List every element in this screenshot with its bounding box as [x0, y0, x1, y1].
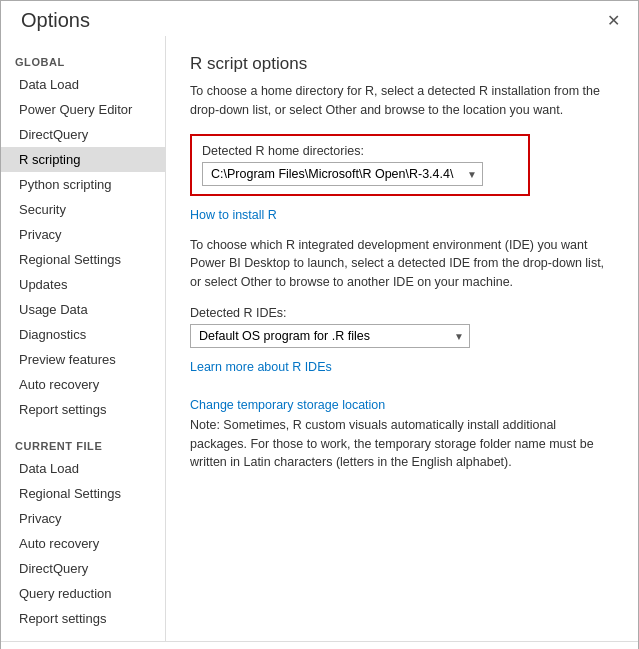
sidebar-item-cf-query-reduction[interactable]: Query reduction — [1, 581, 165, 606]
sidebar-item-cf-report-settings[interactable]: Report settings — [1, 606, 165, 631]
ide-field-block: Detected R IDEs: Default OS program for … — [190, 306, 614, 348]
dialog-footer: OK Cancel — [1, 641, 638, 649]
dialog-title: Options — [21, 9, 90, 32]
home-dir-section: Detected R home directories: C:\Program … — [190, 134, 530, 196]
sidebar-item-data-load[interactable]: Data Load — [1, 72, 165, 97]
sidebar-item-r-scripting[interactable]: R scripting — [1, 147, 165, 172]
sidebar-item-privacy[interactable]: Privacy — [1, 222, 165, 247]
sidebar-item-updates[interactable]: Updates — [1, 272, 165, 297]
title-bar: Options ✕ — [1, 1, 638, 36]
sidebar-item-cf-data-load[interactable]: Data Load — [1, 456, 165, 481]
sidebar-item-python-scripting[interactable]: Python scripting — [1, 172, 165, 197]
sidebar-item-power-query-editor[interactable]: Power Query Editor — [1, 97, 165, 122]
sidebar-item-diagnostics[interactable]: Diagnostics — [1, 322, 165, 347]
sidebar-item-cf-regional-settings[interactable]: Regional Settings — [1, 481, 165, 506]
ide-label: Detected R IDEs: — [190, 306, 614, 320]
install-r-link[interactable]: How to install R — [190, 208, 277, 222]
ide-dropdown[interactable]: Default OS program for .R files — [190, 324, 470, 348]
sidebar-item-directquery[interactable]: DirectQuery — [1, 122, 165, 147]
sidebar-item-cf-privacy[interactable]: Privacy — [1, 506, 165, 531]
content-desc: To choose a home directory for R, select… — [190, 82, 614, 120]
sidebar-item-usage-data[interactable]: Usage Data — [1, 297, 165, 322]
ide-desc: To choose which R integrated development… — [190, 236, 614, 292]
sidebar-item-security[interactable]: Security — [1, 197, 165, 222]
content-panel: R script options To choose a home direct… — [166, 36, 638, 641]
close-button[interactable]: ✕ — [601, 9, 626, 32]
sidebar-item-regional-settings[interactable]: Regional Settings — [1, 247, 165, 272]
home-dir-dropdown[interactable]: C:\Program Files\Microsoft\R Open\R-3.4.… — [202, 162, 483, 186]
sidebar-item-preview-features[interactable]: Preview features — [1, 347, 165, 372]
current-file-section-label: CURRENT FILE — [1, 430, 165, 456]
home-dir-label: Detected R home directories: — [202, 144, 518, 158]
change-storage-link[interactable]: Change temporary storage location — [190, 398, 614, 412]
dialog-body: GLOBAL Data Load Power Query Editor Dire… — [1, 36, 638, 641]
content-title: R script options — [190, 54, 614, 74]
options-dialog: Options ✕ GLOBAL Data Load Power Query E… — [0, 0, 639, 649]
home-dir-dropdown-wrapper: C:\Program Files\Microsoft\R Open\R-3.4.… — [202, 162, 483, 186]
ide-learn-more-link[interactable]: Learn more about R IDEs — [190, 360, 332, 374]
sidebar-item-cf-auto-recovery[interactable]: Auto recovery — [1, 531, 165, 556]
ide-dropdown-wrapper: Default OS program for .R files ▼ — [190, 324, 470, 348]
sidebar-item-cf-directquery[interactable]: DirectQuery — [1, 556, 165, 581]
global-section-label: GLOBAL — [1, 46, 165, 72]
storage-note: Note: Sometimes, R custom visuals automa… — [190, 416, 614, 472]
sidebar-item-report-settings[interactable]: Report settings — [1, 397, 165, 422]
sidebar: GLOBAL Data Load Power Query Editor Dire… — [1, 36, 166, 641]
sidebar-item-auto-recovery[interactable]: Auto recovery — [1, 372, 165, 397]
